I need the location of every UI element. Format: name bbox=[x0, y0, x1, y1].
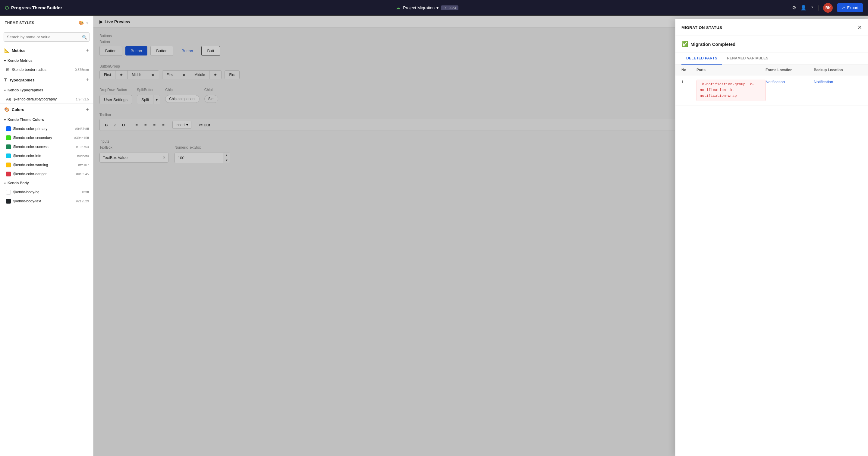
project-name[interactable]: Project Migration ▾ bbox=[403, 5, 438, 10]
warning-color-value: #ffc107 bbox=[78, 163, 89, 167]
row-no: 1 bbox=[681, 80, 696, 84]
sidebar-chevron-btn[interactable]: ▾ bbox=[86, 21, 88, 25]
info-color-swatch bbox=[6, 153, 11, 158]
row-parts: .k-notification-group .k-notification .k… bbox=[696, 80, 766, 101]
chevron-down-icon: ▾ bbox=[436, 5, 438, 10]
secondary-color-name: $kendo-color-secondary bbox=[13, 136, 70, 140]
row-backup-location: Notification bbox=[814, 80, 862, 84]
secondary-color-swatch bbox=[6, 135, 11, 140]
sidebar-colors-header[interactable]: 🎨 Colors + bbox=[0, 104, 93, 115]
typographies-chevron: ▾ bbox=[4, 89, 6, 92]
metrics-icon: 📐 bbox=[4, 48, 9, 53]
search-button[interactable]: 🔍 bbox=[82, 35, 87, 39]
modal-header: MIGRATION STATUS ✕ bbox=[675, 19, 868, 36]
status-text: Migration Completed bbox=[690, 41, 735, 47]
list-item: ⊞ $kendo-border-radius 0.375rem bbox=[0, 65, 93, 74]
list-item[interactable]: $kendo-body-bg #ffffff bbox=[0, 188, 93, 197]
kendo-theme-colors-label: Kendo Theme Colors bbox=[7, 118, 44, 122]
sidebar-metrics-header[interactable]: 📐 Metrics + bbox=[0, 45, 93, 56]
kendo-body-label: Kendo Body bbox=[7, 181, 29, 185]
tab-deleted-parts[interactable]: DELETED PARTS bbox=[681, 53, 722, 64]
kendo-typographies-label: Kendo Typographies bbox=[7, 88, 43, 92]
success-color-value: #198754 bbox=[76, 145, 89, 149]
list-item[interactable]: $kendo-color-secondary #39de15ff bbox=[0, 133, 93, 142]
search-input[interactable] bbox=[4, 32, 90, 41]
app-header: ⬡ Progress ThemeBuilder ☁ Project Migrat… bbox=[0, 0, 868, 16]
header-divider: | bbox=[818, 4, 819, 11]
typography-icon: Ag bbox=[6, 97, 11, 101]
success-color-swatch bbox=[6, 144, 11, 149]
typographies-label: Typographies bbox=[9, 78, 35, 82]
status-icon: ✅ bbox=[681, 41, 688, 47]
sidebar: THEME STYLES 🎨 ▾ 🔍 📐 Metrics + ▾ Kendo M… bbox=[0, 16, 93, 456]
default-typography-name: $kendo-default-typography bbox=[13, 97, 72, 101]
frame-location-link[interactable]: Notification bbox=[766, 80, 785, 84]
typographies-add-button[interactable]: + bbox=[86, 77, 89, 83]
logo-text: Progress ThemeBuilder bbox=[11, 5, 62, 10]
header-left: ⬡ Progress ThemeBuilder bbox=[5, 5, 62, 10]
modal-overlay[interactable]: MIGRATION STATUS ✕ ✅ Migration Completed… bbox=[93, 16, 868, 456]
sidebar-header-icons: 🎨 ▾ bbox=[79, 21, 88, 25]
danger-color-swatch bbox=[6, 172, 11, 176]
sidebar-typographies-header[interactable]: T Typographies + bbox=[0, 74, 93, 86]
modal-tabs: DELETED PARTS RENAMED VARIABLES bbox=[675, 53, 868, 65]
metrics-label: Metrics bbox=[12, 48, 26, 53]
list-item[interactable]: $kendo-color-warning #ffc107 bbox=[0, 161, 93, 170]
sidebar-section-metrics: 📐 Metrics + ▾ Kendo Metrics ⊞ $kendo-bor… bbox=[0, 45, 93, 74]
border-radius-value: 0.375rem bbox=[75, 68, 89, 72]
migration-modal: MIGRATION STATUS ✕ ✅ Migration Completed… bbox=[675, 19, 868, 456]
kendo-body-header[interactable]: ▾ Kendo Body bbox=[0, 178, 93, 188]
app-logo: ⬡ Progress ThemeBuilder bbox=[5, 5, 62, 10]
help-button[interactable]: ? bbox=[811, 5, 813, 10]
kendo-typographies-header[interactable]: ▾ Kendo Typographies bbox=[0, 86, 93, 95]
col-frame-location: Frame Location bbox=[766, 68, 814, 72]
kendo-metrics-header[interactable]: ▾ Kendo Metrics bbox=[0, 56, 93, 65]
sidebar-header: THEME STYLES 🎨 ▾ bbox=[0, 16, 93, 29]
colors-add-button[interactable]: + bbox=[86, 107, 89, 112]
header-center: ☁ Project Migration ▾ R1 2023 bbox=[396, 5, 458, 10]
row-frame-location: Notification bbox=[766, 80, 814, 84]
border-radius-icon: ⊞ bbox=[6, 67, 9, 72]
sidebar-title: THEME STYLES bbox=[5, 21, 34, 25]
settings-button[interactable]: ⚙ bbox=[792, 5, 796, 10]
cloud-icon: ☁ bbox=[396, 5, 401, 10]
list-item[interactable]: $kendo-body-text #212529 bbox=[0, 197, 93, 206]
modal-close-button[interactable]: ✕ bbox=[858, 24, 862, 31]
logo-icon: ⬡ bbox=[5, 5, 9, 10]
body-bg-name: $kendo-body-bg bbox=[13, 190, 79, 194]
tab-renamed-variables[interactable]: RENAMED VARIABLES bbox=[722, 53, 773, 64]
danger-color-value: #dc3545 bbox=[76, 172, 89, 176]
warning-color-swatch bbox=[6, 163, 11, 167]
backup-location-link[interactable]: Notification bbox=[814, 80, 833, 84]
project-badge: R1 2023 bbox=[441, 5, 458, 10]
search-bar: 🔍 bbox=[4, 32, 90, 41]
primary-color-swatch bbox=[6, 126, 11, 131]
body-chevron: ▾ bbox=[4, 181, 6, 185]
metrics-add-button[interactable]: + bbox=[86, 48, 89, 53]
col-backup-location: Backup Location bbox=[814, 68, 862, 72]
sidebar-section-colors: 🎨 Colors + ▾ Kendo Theme Colors $kendo-c… bbox=[0, 104, 93, 206]
default-typography-value: 1rem/1.5 bbox=[76, 97, 89, 101]
theme-icon-btn[interactable]: 🎨 bbox=[79, 21, 84, 25]
danger-color-name: $kendo-color-danger bbox=[13, 172, 73, 176]
subsection-chevron: ▾ bbox=[4, 59, 6, 62]
warning-color-name: $kendo-color-warning bbox=[13, 163, 74, 167]
list-item: Ag $kendo-default-typography 1rem/1.5 bbox=[0, 95, 93, 104]
export-icon: ↗ bbox=[842, 5, 845, 10]
add-user-button[interactable]: 👤 bbox=[801, 5, 807, 10]
list-item[interactable]: $kendo-color-success #198754 bbox=[0, 142, 93, 151]
col-no: No bbox=[681, 68, 696, 72]
success-color-name: $kendo-color-success bbox=[13, 145, 72, 149]
list-item[interactable]: $kendo-color-primary #0d67fdff bbox=[0, 124, 93, 133]
list-item[interactable]: $kendo-color-info #0dcaf0 bbox=[0, 151, 93, 161]
kendo-theme-colors-header[interactable]: ▾ Kendo Theme Colors bbox=[0, 115, 93, 124]
table-row: 1 .k-notification-group .k-notification … bbox=[675, 76, 868, 106]
colors-label: Colors bbox=[12, 107, 24, 112]
body-text-value: #212529 bbox=[76, 199, 89, 203]
body-text-swatch bbox=[6, 199, 11, 204]
export-button[interactable]: ↗ Export bbox=[837, 3, 863, 12]
header-right: ⚙ 👤 ? | RK ↗ Export bbox=[792, 3, 863, 13]
main-layout: THEME STYLES 🎨 ▾ 🔍 📐 Metrics + ▾ Kendo M… bbox=[0, 16, 868, 456]
list-item[interactable]: $kendo-color-danger #dc3545 bbox=[0, 170, 93, 178]
avatar[interactable]: RK bbox=[823, 3, 833, 13]
